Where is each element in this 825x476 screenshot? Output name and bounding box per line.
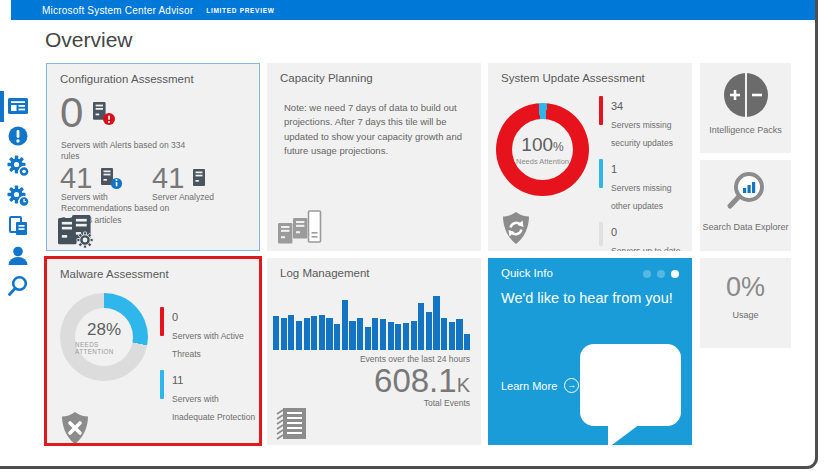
sidebar-item-configuration[interactable] [6,154,30,178]
log-events-bar [426,312,432,350]
log-events-bar [304,318,310,350]
usage-percent: 0% [700,272,791,303]
legend-entry: 34 Servers missing security updates [599,96,691,150]
search-data-explorer-icon [722,168,770,216]
log-events-bar [326,318,332,350]
events-bar-chart [273,296,470,350]
sidebar-item-account[interactable] [6,244,30,268]
log-events-bar [464,334,470,350]
capacity-note: Note: we need 7 days of data to build ou… [284,101,470,158]
quick-info-headline: We'd like to hear from you! [501,290,686,306]
sidebar-item-updates[interactable] [6,184,30,208]
sidebar-item-alerts[interactable] [6,124,30,148]
total-events-label: Total Events [424,398,470,408]
log-events-bar [288,315,294,350]
alert-icon [7,125,29,147]
log-events-bar [433,296,439,350]
tile-intelligence-packs[interactable]: Intelligence Packs [700,63,791,153]
legend-color-bar [160,370,164,399]
configuration-gear-icon [6,154,30,178]
app-title: Microsoft System Center Advisor [42,5,193,16]
log-events-bar [449,322,455,350]
log-events-bar [380,319,386,350]
log-events-bar [395,324,401,350]
shield-malware-icon [59,411,93,446]
app-title-bar: Microsoft System Center Advisor LIMITED … [11,0,818,20]
search-data-explorer-label: Search Data Explorer [700,222,791,232]
needs-attention-label: NEEDS ATTENTION [75,341,133,355]
log-events-bar [334,324,340,350]
log-events-bar [411,321,417,350]
overview-icon [7,95,29,117]
system-update-legend: 34 Servers missing security updates 1 Se… [599,96,691,251]
legend-entry: 1 Servers missing other updates [599,159,691,213]
tile-system-update-assessment[interactable]: System Update Assessment 100% Needs Atte… [488,63,692,251]
legend-entry: 0 Servers with Active Threats [160,307,260,361]
analyzed-caption: Server Analyzed [152,192,242,203]
log-events-bar [372,318,378,350]
usage-label: Usage [700,310,791,320]
needs-attention-percent: 28% [87,320,121,340]
sidebar-item-overview[interactable] [6,94,30,118]
donut-center: 100% Needs Attention [512,119,573,180]
donut-center: 28% NEEDS ATTENTION [75,308,133,366]
alerts-caption: Servers with Alerts based on 334 rules [61,140,191,163]
pagination-dot-active[interactable] [671,270,679,278]
sidebar-item-search[interactable] [6,274,30,298]
log-events-bar [342,300,348,350]
tile-title: Capacity Planning [280,72,373,84]
pagination-dot[interactable] [657,270,665,278]
learn-more-link[interactable]: Learn More → [501,378,579,393]
servers-log-icon [7,215,29,237]
legend-color-bar [599,159,603,188]
log-events-bar [403,323,409,350]
log-events-bar [281,318,287,350]
limited-preview-badge: LIMITED PREVIEW [206,7,274,14]
tile-configuration-assessment[interactable]: Configuration Assessment 0 Servers with … [46,63,260,251]
arrow-right-icon: → [564,378,579,393]
tile-malware-assessment[interactable]: Malware Assessment 28% NEEDS ATTENTION 0… [44,256,262,446]
needs-attention-percent: 100% [521,134,563,156]
log-events-bar [296,321,302,350]
servers-with-recommendations-count: 41 [60,164,92,193]
tile-title: Log Management [280,267,370,279]
server-info-icon [99,168,127,192]
log-events-bar [349,321,355,350]
sidebar-selected-indicator [0,91,4,122]
advisor-dashboard: Microsoft System Center Advisor LIMITED … [0,0,825,476]
pagination-dot[interactable] [643,270,651,278]
log-events-bar [365,327,371,350]
log-events-bar [319,315,325,350]
tile-title: Configuration Assessment [60,73,194,85]
tile-search-data-explorer[interactable]: Search Data Explorer [700,160,791,251]
servers-with-alerts-count: 0 [60,92,83,134]
log-notebook-icon [276,406,310,442]
capacity-servers-icon [278,210,322,244]
tile-title: System Update Assessment [501,72,645,84]
tile-title: Quick Info [501,267,553,279]
total-events-count: 608.1K [374,364,470,397]
log-events-bar [311,316,317,350]
legend-entry: 11 Servers with Inadequate Protection [160,370,260,424]
log-events-bar [418,303,424,350]
page-title: Overview [45,28,133,52]
server-alert-icon [91,102,119,128]
log-events-bar [441,318,447,350]
log-events-bar [357,318,363,350]
server-icon [191,168,207,188]
quick-info-pagination[interactable] [643,270,679,278]
tile-quick-info[interactable]: Quick Info We'd like to hear from you! L… [488,258,692,445]
shield-update-icon [500,211,534,247]
legend-color-bar [599,96,603,125]
needs-attention-label: Needs Attention [516,157,569,166]
sidebar-item-servers[interactable] [6,214,30,238]
servers-analyzed-count: 41 [152,164,184,193]
tile-capacity-planning[interactable]: Capacity Planning Note: we need 7 days o… [267,63,481,251]
legend-entry: 0 Servers up to date [599,222,691,251]
malware-legend: 0 Servers with Active Threats 11 Servers… [160,307,260,433]
log-events-bar [273,316,279,350]
tile-usage[interactable]: 0% Usage [700,258,791,348]
intelligence-packs-label: Intelligence Packs [700,125,791,135]
tile-log-management[interactable]: Log Management Events over the last 24 h… [267,258,481,445]
intelligence-packs-icon [722,71,770,119]
